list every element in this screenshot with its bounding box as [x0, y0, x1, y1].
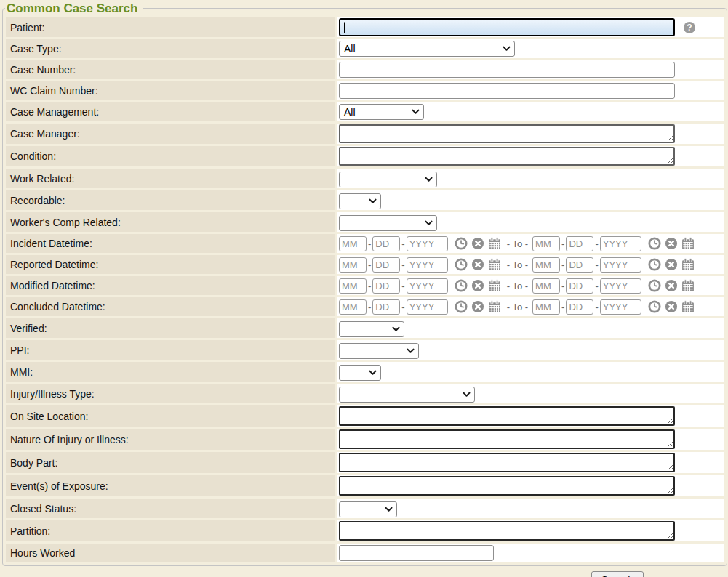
- reported-to-clear-icon[interactable]: [665, 258, 678, 271]
- case-manager-textarea[interactable]: [339, 124, 675, 143]
- chevron-down-icon: [392, 326, 400, 332]
- row-case-management: Case Management: All: [6, 102, 724, 121]
- chevron-down-icon: [463, 392, 471, 398]
- reported-to-day-input[interactable]: [566, 257, 593, 273]
- workers-comp-related-select[interactable]: [339, 215, 437, 231]
- incident-datetime-label: Incident Datetime:: [6, 234, 335, 253]
- ppi-select[interactable]: [339, 343, 419, 359]
- incident-from-month-input[interactable]: [339, 236, 367, 251]
- chevron-down-icon: [503, 46, 511, 52]
- recordable-label: Recordable:: [6, 190, 335, 210]
- events-of-exposure-textarea[interactable]: [339, 476, 675, 496]
- body-part-textarea[interactable]: [339, 453, 675, 472]
- x-circle-icon: [665, 300, 678, 313]
- condition-textarea[interactable]: [339, 147, 675, 166]
- reported-to-time-icon[interactable]: [648, 258, 661, 271]
- modified-to-month-input[interactable]: [532, 278, 560, 294]
- incident-to-clear-icon[interactable]: [665, 237, 678, 250]
- modified-to-year-input[interactable]: [600, 278, 641, 294]
- chevron-down-icon: [412, 109, 420, 115]
- patient-input[interactable]: [339, 18, 675, 36]
- partition-textarea[interactable]: [339, 521, 675, 541]
- reported-from-month-input[interactable]: [339, 257, 367, 273]
- search-button[interactable]: Search: [591, 571, 644, 577]
- concluded-from-time-icon[interactable]: [455, 300, 468, 313]
- incident-to-month-input[interactable]: [532, 236, 560, 251]
- help-icon[interactable]: ?: [684, 22, 695, 33]
- incident-from-calendar-icon[interactable]: [488, 237, 501, 250]
- closed-status-select[interactable]: [339, 501, 397, 517]
- concluded-to-year-input[interactable]: [600, 299, 641, 315]
- hours-worked-label: Hours Worked: [6, 544, 335, 562]
- hours-worked-input[interactable]: [339, 545, 494, 561]
- nature-of-injury-textarea[interactable]: [339, 429, 675, 449]
- modified-to-clear-icon[interactable]: [665, 279, 678, 292]
- concluded-to-clear-icon[interactable]: [665, 300, 678, 313]
- mmi-label: MMI:: [6, 362, 335, 382]
- mmi-select[interactable]: [339, 365, 381, 381]
- on-site-location-textarea[interactable]: [339, 406, 675, 426]
- row-modified-datetime: Modified Datetime: -- - To - --: [6, 276, 724, 295]
- recordable-select[interactable]: [339, 193, 381, 209]
- reported-to-year-input[interactable]: [600, 257, 641, 273]
- injury-illness-type-select[interactable]: [339, 387, 475, 403]
- modified-to-time-icon[interactable]: [648, 279, 661, 292]
- incident-from-year-input[interactable]: [407, 236, 448, 251]
- work-related-select[interactable]: [339, 172, 437, 187]
- incident-to-calendar-icon[interactable]: [681, 237, 695, 250]
- row-patient: Patient: ?: [6, 17, 724, 37]
- date-separator: -: [561, 238, 564, 249]
- row-body-part: Body Part:: [6, 452, 724, 473]
- wc-claim-number-input[interactable]: [339, 83, 675, 99]
- reported-from-day-input[interactable]: [372, 257, 400, 273]
- date-separator: -: [595, 259, 598, 270]
- row-incident-datetime: Incident Datetime: -- - To - --: [6, 234, 724, 253]
- incident-from-time-icon[interactable]: [455, 237, 468, 250]
- reported-from-calendar-icon[interactable]: [488, 258, 501, 271]
- form-footer: Search: [0, 566, 728, 577]
- modified-from-year-input[interactable]: [407, 278, 448, 294]
- modified-from-day-input[interactable]: [372, 278, 400, 294]
- concluded-from-calendar-icon[interactable]: [488, 300, 501, 313]
- chevron-down-icon: [425, 220, 433, 226]
- concluded-from-day-input[interactable]: [372, 299, 400, 315]
- calendar-icon: [681, 300, 695, 313]
- clock-icon: [648, 237, 661, 250]
- reported-datetime-label: Reported Datetime:: [6, 255, 335, 274]
- reported-from-year-input[interactable]: [407, 257, 448, 273]
- reported-to-calendar-icon[interactable]: [681, 258, 695, 271]
- case-type-select[interactable]: All: [339, 41, 515, 57]
- concluded-to-month-input[interactable]: [532, 299, 560, 315]
- modified-from-clear-icon[interactable]: [471, 279, 484, 292]
- search-form: Patient: ? Case Type: All Case Number:: [4, 15, 726, 565]
- incident-from-clear-icon[interactable]: [471, 237, 484, 250]
- concluded-from-year-input[interactable]: [407, 299, 448, 315]
- case-management-select[interactable]: All: [339, 104, 424, 120]
- modified-to-calendar-icon[interactable]: [681, 279, 695, 292]
- concluded-from-clear-icon[interactable]: [471, 300, 484, 313]
- concluded-to-calendar-icon[interactable]: [681, 300, 695, 313]
- modified-from-calendar-icon[interactable]: [488, 279, 501, 292]
- row-events-of-exposure: Event(s) of Exposure:: [6, 475, 724, 496]
- concluded-to-time-icon[interactable]: [648, 300, 661, 313]
- case-number-input[interactable]: [339, 62, 675, 78]
- modified-from-time-icon[interactable]: [455, 279, 468, 292]
- reported-to-month-input[interactable]: [532, 257, 560, 273]
- date-separator: -: [368, 259, 371, 270]
- verified-select[interactable]: [339, 321, 404, 337]
- clock-icon: [455, 279, 468, 292]
- incident-to-year-input[interactable]: [600, 236, 641, 251]
- concluded-from-month-input[interactable]: [339, 299, 367, 315]
- concluded-to-day-input[interactable]: [566, 299, 593, 315]
- incident-to-day-input[interactable]: [566, 236, 593, 251]
- incident-from-day-input[interactable]: [372, 236, 400, 251]
- row-ppi: PPI:: [6, 340, 724, 360]
- modified-from-month-input[interactable]: [339, 278, 367, 294]
- modified-datetime-controls: -- - To - --: [339, 278, 721, 294]
- incident-to-time-icon[interactable]: [648, 237, 661, 250]
- reported-from-clear-icon[interactable]: [471, 258, 484, 271]
- modified-to-day-input[interactable]: [566, 278, 593, 294]
- reported-from-time-icon[interactable]: [455, 258, 468, 271]
- row-condition: Condition:: [6, 146, 724, 166]
- common-case-search-panel: Common Case Search Patient: ? Case Type:…: [2, 1, 727, 566]
